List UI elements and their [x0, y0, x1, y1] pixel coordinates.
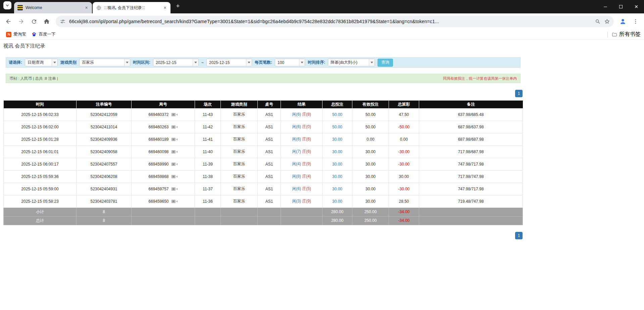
game-type-value: 百家乐 — [80, 59, 124, 66]
video-replay-icon[interactable] — [171, 149, 178, 154]
video-replay-icon[interactable] — [171, 199, 178, 204]
query-type-select[interactable]: 日期查询 — [25, 59, 58, 66]
cell-payout: -30.00 — [389, 158, 419, 170]
range-separator: ~ — [201, 60, 204, 65]
cell-result: 闲(3) 庄(9) — [281, 195, 323, 207]
table-row: 2025-12-15 05:59:36523042406208669459868… — [4, 170, 523, 183]
close-button[interactable]: ✕ — [629, 0, 644, 13]
round-number: 669459990 — [148, 162, 168, 167]
page-button-1[interactable]: 1 — [515, 232, 523, 239]
total-bet-link[interactable]: 50.00 — [332, 125, 342, 129]
game-type-select[interactable]: 百家乐 — [79, 59, 130, 66]
back-button[interactable] — [2, 15, 15, 28]
cell-table-no: AS1 — [258, 158, 281, 170]
minimize-button[interactable] — [598, 0, 613, 13]
forward-button[interactable] — [15, 15, 28, 28]
result-player: 闲(8) — [292, 174, 301, 179]
video-replay-icon[interactable] — [171, 112, 178, 117]
chevron-down-icon[interactable] — [299, 59, 305, 66]
result-player: 闲(6) — [292, 124, 301, 129]
all-bookmarks[interactable]: 所有书签 — [607, 31, 641, 38]
cell-valid-bet: 0.00 — [352, 133, 389, 145]
total-count: 8 — [77, 216, 132, 225]
bookmark-baidu[interactable]: 百度一下 — [29, 30, 58, 38]
result-player: 闲(6) — [292, 112, 301, 117]
empty-cell — [281, 207, 323, 216]
cell-time: 2025-12-15 05:59:00 — [4, 183, 77, 195]
chevron-down-icon[interactable] — [193, 59, 198, 66]
table-row: 2025-12-15 06:02:00523042411014669460263… — [4, 121, 523, 133]
total-bet-link[interactable]: 30.00 — [332, 137, 342, 142]
result-player: 闲(7) — [292, 149, 301, 154]
video-replay-icon[interactable] — [171, 187, 178, 191]
cell-session: 11-37 — [195, 183, 221, 195]
date-from-select[interactable]: 2025-12-15 — [153, 59, 199, 66]
total-bet-link[interactable]: 30.00 — [332, 199, 342, 204]
tab-welcome[interactable]: Welcome × — [14, 2, 92, 13]
cell-bet-id: 523042404931 — [77, 183, 132, 195]
chevron-down-icon[interactable] — [246, 59, 252, 66]
tab-bet-record[interactable]: :::视讯, 会员下注纪录::: × — [93, 2, 170, 13]
url-text[interactable]: 66cxkj98.com/ipl/portal.php/game/betreco… — [69, 19, 593, 24]
game-type-label: 游戏类别 — [60, 60, 77, 65]
cell-table-no: AS1 — [258, 133, 281, 145]
result-banker: 庄(9) — [302, 162, 311, 166]
chevron-down-icon[interactable] — [124, 59, 130, 66]
cell-time: 2025-12-15 06:02:00 — [4, 121, 77, 133]
video-replay-icon[interactable] — [171, 174, 178, 179]
date-to-select[interactable]: 2025-12-15 — [206, 59, 252, 66]
cell-result: 闲(8) 庄(4) — [281, 170, 323, 183]
cell-time: 2025-12-15 05:59:36 — [4, 170, 77, 183]
total-bet-link[interactable]: 30.00 — [332, 162, 342, 167]
profile-avatar[interactable] — [616, 15, 629, 28]
cell-total-bet: 30.00 — [323, 170, 352, 183]
home-button[interactable] — [40, 15, 53, 28]
page-size-select[interactable]: 100 — [275, 59, 305, 66]
cell-total-bet: 30.00 — [323, 158, 352, 170]
site-settings-icon[interactable] — [60, 18, 66, 24]
page-button-1[interactable]: 1 — [515, 90, 523, 97]
bookmark-star-icon[interactable] — [602, 17, 612, 26]
video-replay-icon[interactable] — [171, 137, 178, 142]
chevron-down-icon[interactable] — [369, 59, 375, 66]
sort-label: 时间排序: — [308, 60, 325, 65]
result-banker: 庄(5) — [302, 186, 311, 191]
address-bar[interactable]: 66cxkj98.com/ipl/portal.php/game/betreco… — [56, 16, 614, 27]
tab-close-icon[interactable]: × — [84, 5, 89, 11]
sort-select[interactable]: 降幂(由大到小) — [328, 59, 375, 66]
empty-cell — [195, 207, 221, 216]
tab-strip: Welcome × :::视讯, 会员下注纪录::: × — [14, 0, 171, 13]
result-player: 闲(3) — [292, 199, 301, 203]
total-bet-link[interactable]: 30.00 — [332, 149, 342, 154]
bookmark-aitaobao[interactable]: 淘 爱淘宝 — [3, 30, 29, 38]
menu-button[interactable] — [629, 15, 642, 28]
round-number: 669460098 — [148, 149, 168, 154]
forward-icon — [18, 18, 24, 25]
video-replay-icon[interactable] — [171, 162, 178, 167]
cell-valid-bet: 30.00 — [352, 145, 389, 158]
table-row: 2025-12-15 05:58:23523042403781669459650… — [4, 195, 523, 207]
total-bet-link[interactable]: 30.00 — [332, 174, 342, 179]
maximize-button[interactable] — [613, 0, 629, 13]
subtotal-payout: -34.00 — [389, 207, 419, 216]
table-row: 2025-12-15 06:01:01523042409058669460098… — [4, 145, 523, 158]
search-button[interactable]: 查询 — [378, 59, 393, 67]
reload-button[interactable] — [28, 15, 40, 28]
bookmark-label: 爱淘宝 — [13, 32, 26, 37]
cell-table-no: AS1 — [258, 195, 281, 207]
new-tab-button[interactable]: + — [173, 1, 183, 11]
chevron-down-icon[interactable] — [52, 59, 57, 66]
cell-bet-id: 523042409058 — [77, 145, 132, 158]
round-number: 669460189 — [148, 137, 168, 142]
page-size-value: 100 — [275, 59, 299, 66]
video-replay-icon[interactable] — [171, 125, 178, 129]
cell-round: 669460372 — [132, 108, 195, 121]
col-valid-bet: 有效投注 — [352, 101, 389, 108]
zoom-icon[interactable] — [593, 17, 602, 26]
tab-search-button[interactable] — [3, 1, 11, 9]
result-banker: 庄(4) — [302, 174, 311, 179]
total-bet-link[interactable]: 50.00 — [332, 112, 342, 117]
tab-close-icon[interactable]: × — [162, 5, 168, 11]
total-bet-link[interactable]: 30.00 — [332, 187, 342, 191]
total-label: 总计 — [4, 216, 77, 225]
